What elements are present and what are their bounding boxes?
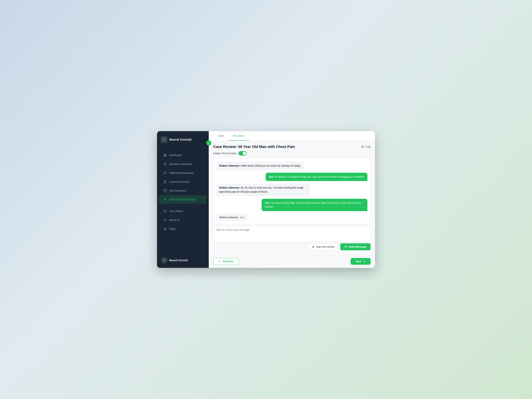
sidebar-item-label: Anki Generator: [169, 189, 187, 192]
next-label: Next: [356, 260, 361, 263]
sidebar-item-differential-diagnosis[interactable]: Differential Diagnosis: [159, 169, 207, 177]
bottom-navigation: Previous Next: [209, 256, 375, 268]
ttv-row: Patient Text to Voice: [213, 151, 371, 156]
you-bubble: You: I'm sorry to hear that. Can you tel…: [262, 199, 367, 211]
svg-point-7: [164, 228, 166, 230]
toggle-knob: [243, 152, 246, 155]
footer-avatar-icon: ✳: [161, 257, 167, 263]
arrow-right-icon: [363, 260, 365, 263]
ttv-toggle[interactable]: [239, 151, 247, 156]
typing-dot-2: [242, 217, 244, 218]
sidebar-item-label: Clinical Case Simulator: [169, 198, 196, 201]
svg-rect-2: [164, 180, 166, 183]
sender-name: Robert Johnson:: [219, 186, 241, 189]
sidebar-item-label: Dashboard: [169, 154, 182, 157]
message-text: Hello doctor thank you so much for seein…: [241, 164, 301, 167]
sidebar-item-your-history[interactable]: Your History: [159, 207, 207, 215]
sidebar-toggle-button[interactable]: ‹: [206, 140, 211, 146]
svg-rect-3: [164, 190, 166, 192]
typing-indicator: Robert Johnson: [216, 214, 367, 221]
sidebar-item-label: About Us: [169, 219, 180, 222]
chat-message-1: Robert Johnson: Hello doctor thank you s…: [216, 162, 367, 170]
send-label: Send Message: [348, 245, 367, 248]
clock-icon: [361, 145, 364, 148]
sidebar-item-label: Question Generator: [169, 163, 192, 165]
footer-name: Neural Consult: [169, 259, 188, 262]
document-icon: [163, 180, 167, 184]
sidebar-nav: Dashboard Question Generator Differentia…: [157, 148, 209, 254]
tabs-bar: Case Simulator: [209, 131, 375, 140]
typing-sender: Robert Johnson: [220, 216, 238, 219]
about-icon: [163, 218, 167, 222]
sidebar-item-anki-generator[interactable]: Anki Generator: [159, 186, 207, 195]
sidebar-item-label: Your History: [169, 210, 183, 213]
patient-bubble: Robert Johnson: Hello doctor thank you s…: [216, 162, 304, 170]
sidebar-item-clinical-case-simulator[interactable]: Clinical Case Simulator: [159, 195, 207, 204]
svg-point-1: [164, 163, 166, 165]
app-window: ✳ Neural Consult ‹ Dashboard Question Ge…: [157, 131, 375, 268]
sidebar-item-label: Differential Diagnosis: [169, 171, 194, 174]
sidebar-header: ✳ Neural Consult: [157, 131, 209, 148]
nav-divider: [161, 205, 205, 205]
question-icon: [163, 162, 167, 166]
you-bubble: You: Hi Robert, it's good to meet you. C…: [266, 173, 367, 181]
message-text: Hi Robert, it's good to meet you. Can yo…: [275, 175, 364, 178]
sidebar-item-lecture-summary[interactable]: Lecture Summary: [159, 177, 207, 186]
ttv-label: Patient Text to Voice: [213, 152, 237, 155]
main-content: Case Simulator Case Review: 58 Year Old …: [209, 131, 375, 268]
next-button[interactable]: Next: [351, 258, 371, 265]
heart-icon: [163, 171, 167, 175]
send-icon: [344, 246, 347, 248]
message-input-area: [213, 226, 371, 241]
svg-point-4: [165, 198, 165, 200]
case-timer: 7:25: [361, 145, 371, 148]
chat-message-3: Robert Johnson: Hi, it's nice to meet yo…: [216, 184, 367, 196]
sidebar-item-label: Lecture Summary: [169, 180, 190, 183]
sender-name: You:: [265, 201, 271, 204]
send-message-button[interactable]: Send Message: [340, 243, 371, 250]
typing-dot-1: [240, 217, 242, 218]
tab-case[interactable]: Case: [213, 131, 228, 140]
history-icon: [163, 209, 167, 213]
chat-container: Robert Johnson: Hello doctor thank you s…: [213, 158, 371, 224]
message-text: I'm sorry to hear that. Can you tell me …: [265, 201, 361, 208]
cards-icon: [163, 189, 167, 193]
sidebar-footer: ✳ Neural Consult: [157, 254, 209, 268]
sidebar-item-faqs[interactable]: FAQs: [159, 225, 207, 233]
svg-point-6: [165, 219, 165, 220]
prev-label: Previous: [223, 260, 234, 263]
typing-bubble: Robert Johnson: [216, 214, 247, 221]
sidebar-item-dashboard[interactable]: Dashboard: [159, 151, 207, 159]
sender-name: You:: [269, 175, 275, 178]
sidebar-item-about-us[interactable]: About Us: [159, 216, 207, 224]
svg-rect-0: [164, 155, 166, 157]
home-icon: [163, 153, 167, 157]
simulator-icon: [163, 197, 167, 202]
microphone-icon: [312, 246, 315, 248]
patient-bubble: Robert Johnson: Hi, it's nice to meet yo…: [216, 184, 310, 196]
message-input[interactable]: [216, 228, 368, 239]
case-title: Case Review: 58 Year Old Man with Chest …: [213, 145, 295, 149]
app-title: Neural Consult: [169, 138, 191, 141]
app-logo-icon: ✳: [161, 136, 167, 143]
previous-button[interactable]: Previous: [213, 258, 239, 265]
record-label: Start Recording: [316, 245, 334, 248]
case-header: Case Review: 58 Year Old Man with Chest …: [213, 145, 371, 149]
timer-value: 7:25: [365, 145, 371, 148]
tab-simulator[interactable]: Simulator: [228, 131, 249, 140]
sidebar-item-question-generator[interactable]: Question Generator: [159, 160, 207, 168]
action-buttons-row: Start Recording Send Message: [213, 243, 371, 250]
arrow-left-icon: [219, 260, 221, 263]
chat-message-2: You: Hi Robert, it's good to meet you. C…: [216, 173, 367, 181]
chat-message-4: You: I'm sorry to hear that. Can you tel…: [216, 199, 367, 211]
case-area: Case Review: 58 Year Old Man with Chest …: [209, 140, 375, 256]
faq-icon: [163, 227, 167, 231]
sender-name: Robert Johnson:: [219, 164, 241, 167]
svg-rect-9: [313, 246, 314, 247]
start-recording-button[interactable]: Start Recording: [308, 243, 338, 250]
sidebar-item-label: FAQs: [169, 227, 176, 230]
sidebar: ✳ Neural Consult ‹ Dashboard Question Ge…: [157, 131, 209, 268]
